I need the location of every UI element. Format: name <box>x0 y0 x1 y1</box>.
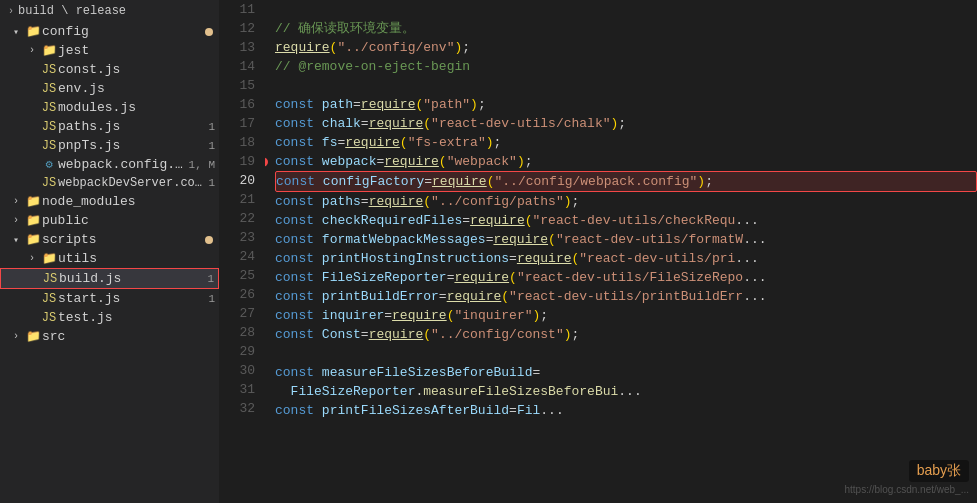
line-number: 31 <box>228 380 255 399</box>
line-number: 12 <box>228 19 255 38</box>
sidebar-item-label: modules.js <box>58 100 219 115</box>
sidebar-item-public[interactable]: › 📁 public <box>0 211 219 230</box>
watermark: baby张 https://blog.csdn.net/web_... <box>844 460 969 495</box>
change-badge: 1, M <box>189 159 215 171</box>
sidebar-item-start-js[interactable]: JS start.js 1 <box>0 289 219 308</box>
js-file-icon: JS <box>40 139 58 153</box>
expand-arrow-icon: › <box>8 215 24 226</box>
sidebar-item-label: const.js <box>58 62 219 77</box>
code-line-32: const printFileSizesAfterBuild = Fil... <box>275 401 977 420</box>
sidebar-item-webpackDevServer-js[interactable]: JS webpackDevServer.config.js 1 <box>0 174 219 192</box>
sidebar-item-node-modules[interactable]: › 📁 node_modules <box>0 192 219 211</box>
js-file-icon: JS <box>40 63 58 77</box>
sidebar-item-utils[interactable]: › 📁 utils <box>0 249 219 268</box>
sidebar-item-env-js[interactable]: JS env.js <box>0 79 219 98</box>
code-line-19: const webpack = require("webpack"); <box>275 152 977 171</box>
sidebar-item-label: test.js <box>58 310 219 325</box>
line-number: 13 <box>228 38 255 57</box>
sidebar-item-label: pnpTs.js <box>58 138 208 153</box>
chevron-right-icon: › <box>8 6 14 17</box>
sidebar-item-config[interactable]: ▾ 📁 config <box>0 22 219 41</box>
js-file-icon: JS <box>40 311 58 325</box>
sidebar-item-label: webpack.config.js <box>58 157 189 172</box>
js-file-icon: JS <box>40 292 58 306</box>
js-file-icon: JS <box>40 176 58 190</box>
folder-icon: 📁 <box>40 251 58 266</box>
change-badge: 1 <box>208 177 215 189</box>
expand-arrow-icon: › <box>8 196 24 207</box>
line-number: 26 <box>228 285 255 304</box>
expand-arrow-icon: › <box>8 331 24 342</box>
line-number: 27 <box>228 304 255 323</box>
sidebar-item-jest[interactable]: › 📁 jest <box>0 41 219 60</box>
code-line-26: const printBuildError = require("react-d… <box>275 287 977 306</box>
code-line-16: const path = require("path"); <box>275 95 977 114</box>
code-line-25: const FileSizeReporter = require("react-… <box>275 268 977 287</box>
sidebar-item-paths-js[interactable]: JS paths.js 1 <box>0 117 219 136</box>
change-badge: 1 <box>208 293 215 305</box>
line-number: 23 <box>228 228 255 247</box>
line-number: 24 <box>228 247 255 266</box>
sidebar-item-label: config <box>42 24 205 39</box>
line-number: 29 <box>228 342 255 361</box>
line-number: 21 <box>228 190 255 209</box>
watermark-name: baby张 <box>909 460 969 482</box>
collapse-arrow-icon: ▾ <box>8 26 24 38</box>
expand-arrow-icon: › <box>24 253 40 264</box>
code-line-11 <box>275 0 977 19</box>
modified-dot <box>205 236 213 244</box>
folder-icon: 📁 <box>24 213 42 228</box>
change-badge: 1 <box>208 140 215 152</box>
code-line-15 <box>275 76 977 95</box>
breadcrumb[interactable]: › build \ release <box>0 0 219 22</box>
sidebar-item-test-js[interactable]: JS test.js <box>0 308 219 327</box>
line-number: 25 <box>228 266 255 285</box>
sidebar-item-label: src <box>42 329 219 344</box>
sidebar-item-label: jest <box>58 43 219 58</box>
line-number: 32 <box>228 399 255 418</box>
modified-dot <box>205 28 213 36</box>
folder-icon: 📁 <box>24 329 42 344</box>
code-line-23: const formatWebpackMessages = require("r… <box>275 230 977 249</box>
js-file-icon: JS <box>40 82 58 96</box>
code-line-17: const chalk = require("react-dev-utils/c… <box>275 114 977 133</box>
code-line-30: const measureFileSizesBeforeBuild = <box>275 363 977 382</box>
js-file-icon: JS <box>40 101 58 115</box>
sidebar-item-src[interactable]: › 📁 src <box>0 327 219 346</box>
expand-arrow-icon: › <box>24 45 40 56</box>
sidebar-item-modules-js[interactable]: JS modules.js <box>0 98 219 117</box>
change-badge: 1 <box>207 273 214 285</box>
change-badge: 1 <box>208 121 215 133</box>
code-lines[interactable]: // 确保读取环境变量。 require("../config/env"); /… <box>265 0 977 503</box>
code-line-21: const paths = require("../config/paths")… <box>275 192 977 211</box>
folder-open-icon: 📁 <box>24 24 42 39</box>
line-number: 14 <box>228 57 255 76</box>
sidebar-item-const-js[interactable]: JS const.js <box>0 60 219 79</box>
code-line-31: FileSizeReporter.measureFileSizesBeforeB… <box>275 382 977 401</box>
sidebar-item-label: utils <box>58 251 219 266</box>
code-line-18: const fs = require("fs-extra"); <box>275 133 977 152</box>
sidebar-item-scripts[interactable]: ▾ 📁 scripts <box>0 230 219 249</box>
code-line-12: // 确保读取环境变量。 <box>275 19 977 38</box>
line-number: 11 <box>228 0 255 19</box>
sidebar-item-label: paths.js <box>58 119 208 134</box>
sidebar-item-label: node_modules <box>42 194 219 209</box>
code-line-14: // @remove-on-eject-begin <box>275 57 977 76</box>
collapse-arrow-icon: ▾ <box>8 234 24 246</box>
code-lines-wrapper: // 确保读取环境变量。 require("../config/env"); /… <box>265 0 977 503</box>
sidebar-item-label: env.js <box>58 81 219 96</box>
breadcrumb-label: build \ release <box>18 4 126 18</box>
js-file-icon: JS <box>40 120 58 134</box>
line-number: 19 <box>228 152 255 171</box>
line-number: 17 <box>228 114 255 133</box>
code-line-24: const printHostingInstructions = require… <box>275 249 977 268</box>
comment-token: // @remove-on-eject-begin <box>275 57 470 76</box>
line-number: 15 <box>228 76 255 95</box>
code-editor: 11 12 13 14 15 16 17 18 19 20 21 22 23 2… <box>220 0 977 503</box>
sidebar-item-build-js[interactable]: JS build.js 1 <box>0 268 219 289</box>
sidebar-item-webpack-config-js[interactable]: ⚙ webpack.config.js 1, M <box>0 155 219 174</box>
code-line-20: const configFactory = require("../config… <box>275 171 977 192</box>
sidebar-item-pnpTs-js[interactable]: JS pnpTs.js 1 <box>0 136 219 155</box>
code-line-27: const inquirer = require("inquirer"); <box>275 306 977 325</box>
line-number: 16 <box>228 95 255 114</box>
